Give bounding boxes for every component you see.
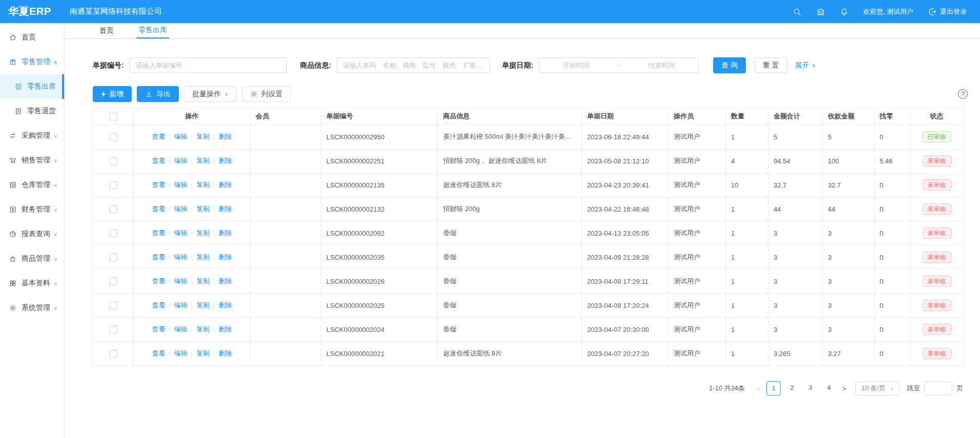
page-button-2[interactable]: 2	[785, 381, 799, 395]
edit-link[interactable]: 编辑	[174, 325, 187, 333]
row-select-cell	[93, 197, 134, 221]
copy-link[interactable]: 复制	[196, 349, 210, 357]
expand-toggle[interactable]: 展开 ∨	[795, 61, 816, 70]
edit-link[interactable]: 编辑	[174, 277, 187, 285]
view-link[interactable]: 查看	[152, 253, 165, 261]
row-checkbox[interactable]	[110, 157, 117, 165]
help-icon[interactable]: ?	[958, 89, 968, 99]
delete-link[interactable]: 删除	[219, 229, 232, 237]
delete-link[interactable]: 删除	[219, 205, 232, 213]
page-button-4[interactable]: 4	[822, 381, 836, 395]
delete-link[interactable]: 删除	[219, 133, 232, 140]
edit-link[interactable]: 编辑	[174, 133, 187, 140]
add-button[interactable]: + 新增	[93, 86, 132, 102]
active-indicator	[62, 74, 64, 99]
operator-cell: 测试用户	[669, 173, 726, 197]
sidebar-item-system[interactable]: 系统管理 ∨	[0, 296, 64, 320]
select-all-checkbox[interactable]	[110, 113, 117, 120]
sidebar-item-finance[interactable]: 财务管理 ∨	[0, 197, 64, 222]
view-link[interactable]: 查看	[152, 157, 165, 164]
column-settings-button[interactable]: 列设置	[242, 86, 291, 102]
table-row: 查看|编辑|复制|删除LSCK00000002021超迷你维达面纸 8片2023…	[93, 342, 964, 366]
gear-icon	[250, 90, 258, 98]
copy-link[interactable]: 复制	[196, 301, 210, 309]
copy-link[interactable]: 复制	[196, 253, 210, 261]
tab-retail-outbound[interactable]: 零售出库	[136, 23, 169, 38]
copy-link[interactable]: 复制	[196, 133, 210, 140]
search-button[interactable]: 查 询	[713, 57, 746, 73]
sidebar-item-reports[interactable]: 报表查询 ∨	[0, 222, 64, 246]
qty-cell: 1	[726, 294, 768, 318]
logout-button[interactable]: 退出登录	[928, 7, 967, 16]
row-checkbox[interactable]	[110, 302, 117, 309]
edit-link[interactable]: 编辑	[174, 157, 187, 164]
edit-link[interactable]: 编辑	[174, 349, 187, 357]
prev-page-button[interactable]: <	[752, 385, 764, 392]
view-link[interactable]: 查看	[152, 229, 165, 237]
row-checkbox[interactable]	[110, 181, 117, 189]
view-link[interactable]: 查看	[152, 277, 165, 285]
jump-to-input[interactable]	[924, 381, 952, 395]
tab-home[interactable]: 首页	[97, 23, 116, 38]
view-link[interactable]: 查看	[152, 133, 165, 140]
row-checkbox[interactable]	[110, 326, 117, 333]
reset-button[interactable]: 重 置	[755, 57, 787, 73]
bell-icon[interactable]	[840, 7, 849, 16]
edit-link[interactable]: 编辑	[174, 229, 187, 237]
view-link[interactable]: 查看	[152, 325, 165, 333]
row-checkbox[interactable]	[110, 230, 117, 237]
delete-link[interactable]: 删除	[219, 253, 232, 261]
edit-link[interactable]: 编辑	[174, 301, 187, 309]
chevron-down-icon: ∨	[54, 305, 57, 311]
copy-link[interactable]: 复制	[196, 277, 210, 285]
delete-link[interactable]: 删除	[219, 181, 232, 189]
welcome-text: 欢迎您, 测试用户	[863, 7, 913, 16]
row-checkbox[interactable]	[110, 205, 117, 213]
platform-icon[interactable]	[816, 7, 825, 16]
export-button[interactable]: 导出	[137, 86, 179, 102]
product-info-input[interactable]	[337, 57, 490, 73]
sidebar-item-label: 仓库管理	[22, 180, 50, 190]
edit-link[interactable]: 编辑	[174, 181, 187, 189]
row-checkbox[interactable]	[110, 278, 117, 285]
sidebar-item-purchase[interactable]: 采购管理 ∨	[0, 123, 64, 148]
delete-link[interactable]: 删除	[219, 157, 232, 164]
copy-link[interactable]: 复制	[196, 181, 210, 189]
sidebar-item-retail-return[interactable]: 零售退货	[0, 99, 64, 123]
row-checkbox[interactable]	[110, 254, 117, 261]
view-link[interactable]: 查看	[152, 301, 165, 309]
sidebar-item-goods[interactable]: 商品管理 ∨	[0, 246, 64, 271]
page-button-3[interactable]: 3	[803, 381, 818, 395]
row-checkbox[interactable]	[110, 133, 117, 141]
sidebar-item-basic-data[interactable]: 基本资料 ∨	[0, 271, 64, 296]
edit-link[interactable]: 编辑	[174, 205, 187, 213]
delete-link[interactable]: 删除	[219, 301, 232, 309]
copy-link[interactable]: 复制	[196, 325, 210, 333]
sidebar-item-sales[interactable]: 销售管理 ∨	[0, 148, 64, 173]
page-size-select[interactable]: 10 条/页 ∨	[856, 381, 900, 395]
edit-link[interactable]: 编辑	[174, 253, 187, 261]
copy-link[interactable]: 复制	[196, 157, 210, 164]
operator-cell: 测试用户	[669, 149, 726, 173]
change-cell: 0	[874, 294, 910, 318]
delete-link[interactable]: 删除	[219, 277, 232, 285]
search-icon[interactable]	[793, 7, 802, 16]
batch-operations-button[interactable]: 批量操作 ∨	[184, 86, 236, 102]
copy-link[interactable]: 复制	[196, 205, 210, 213]
sidebar-item-retail-outbound[interactable]: 零售出库	[0, 74, 64, 99]
view-link[interactable]: 查看	[152, 349, 165, 357]
date-range-input[interactable]: 开始时间 ~ 结束时间	[539, 57, 699, 73]
delete-link[interactable]: 删除	[219, 325, 232, 333]
next-page-button[interactable]: >	[838, 385, 850, 392]
row-select-cell	[93, 149, 134, 173]
view-link[interactable]: 查看	[152, 181, 165, 189]
sidebar-item-warehouse[interactable]: 仓库管理 ∨	[0, 173, 64, 197]
sidebar-item-retail[interactable]: 零售管理 ∧	[0, 50, 64, 74]
copy-link[interactable]: 复制	[196, 229, 210, 237]
sidebar-item-home[interactable]: 首页	[0, 25, 64, 50]
page-button-1[interactable]: 1	[766, 381, 781, 395]
delete-link[interactable]: 删除	[219, 349, 232, 357]
view-link[interactable]: 查看	[152, 205, 165, 213]
doc-no-input[interactable]	[130, 57, 287, 73]
row-checkbox[interactable]	[110, 350, 117, 358]
